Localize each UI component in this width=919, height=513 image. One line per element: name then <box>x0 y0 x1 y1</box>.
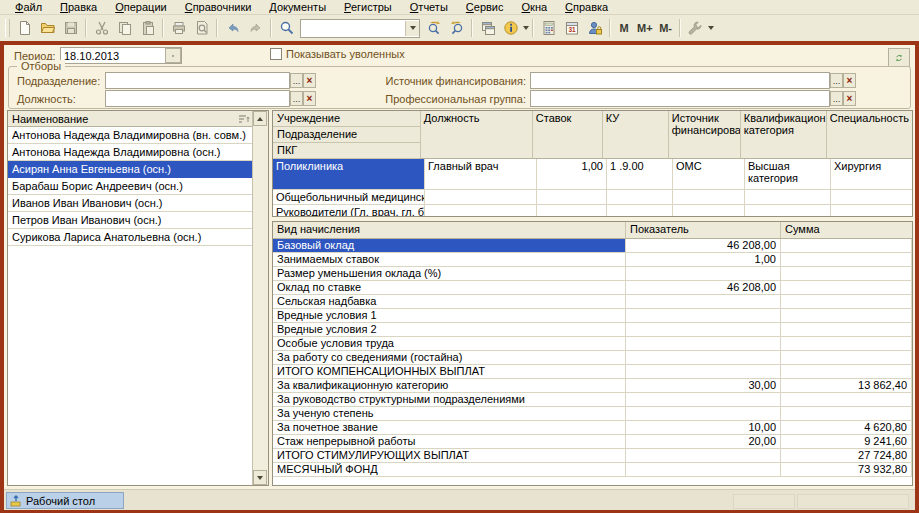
accruals-cell[interactable] <box>781 239 912 252</box>
accruals-cell[interactable]: ИТОГО КОМПЕНСАЦИОННЫХ ВЫПЛАТ <box>273 365 626 378</box>
accruals-column-header[interactable]: Вид начисления <box>273 222 626 238</box>
accruals-cell[interactable]: Сельская надбавка <box>273 295 626 308</box>
memory-m-minus-button[interactable]: M- <box>656 19 676 38</box>
positions-cell[interactable]: Главный врач <box>425 159 537 189</box>
service-dropdown-icon[interactable] <box>708 26 714 30</box>
accruals-cell[interactable]: 13 862,40 <box>781 379 912 392</box>
positions-cell[interactable] <box>425 205 537 216</box>
find-previous-button[interactable] <box>445 18 468 39</box>
accruals-cell[interactable]: Вредные условия 2 <box>273 323 626 336</box>
positions-cell[interactable] <box>673 205 745 216</box>
period-field[interactable]: 18.10.2013 <box>60 47 182 64</box>
scroll-up-button[interactable] <box>253 111 267 126</box>
positions-row-name[interactable]: Общебольничный медицинский пе... <box>273 190 425 204</box>
scroll-down-button[interactable] <box>253 470 267 485</box>
accruals-cell[interactable]: ИТОГО СТИМУЛИРУЮЩИХ ВЫПЛАТ <box>273 449 626 462</box>
accruals-cell[interactable]: 27 724,80 <box>781 449 912 462</box>
department-clear-button[interactable]: × <box>303 73 316 88</box>
menu-item-10[interactable]: Справка <box>556 0 617 14</box>
menu-item-5[interactable]: Документы <box>260 0 335 14</box>
accruals-cell[interactable]: 20,00 <box>626 435 781 448</box>
print-preview-button[interactable] <box>190 18 213 39</box>
positions-cell[interactable] <box>425 190 537 204</box>
memory-m-plus-button[interactable]: M+ <box>634 19 656 38</box>
open-button[interactable] <box>36 18 59 39</box>
paste-button[interactable] <box>136 18 159 39</box>
positions-column-header[interactable]: Квалификацион... категория <box>741 111 827 159</box>
info-dropdown-icon[interactable] <box>523 26 529 30</box>
user-lock-button[interactable] <box>583 18 606 39</box>
accruals-cell[interactable]: 46 208,00 <box>626 281 781 294</box>
accruals-cell[interactable]: 30,00 <box>626 379 781 392</box>
accruals-cell[interactable] <box>781 337 912 350</box>
positions-cell[interactable]: 1 .9.00 <box>607 159 673 189</box>
accruals-cell[interactable]: 4 620,80 <box>781 421 912 434</box>
accruals-cell[interactable] <box>781 393 912 406</box>
accruals-cell[interactable] <box>626 463 781 476</box>
accruals-cell[interactable]: 73 932,80 <box>781 463 912 476</box>
accruals-cell[interactable]: 46 208,00 <box>626 239 781 252</box>
positions-cell[interactable] <box>607 190 673 204</box>
accruals-cell[interactable] <box>781 407 912 420</box>
accruals-column-header[interactable]: Показатель <box>626 222 781 238</box>
menu-item-3[interactable]: Операции <box>106 0 175 14</box>
positions-cell[interactable] <box>607 205 673 216</box>
accruals-cell[interactable] <box>626 393 781 406</box>
employee-row[interactable]: Барабаш Борис Андреевич (осн.) <box>8 178 252 195</box>
desktop-tab[interactable]: Рабочий стол <box>6 492 124 509</box>
positions-cell[interactable] <box>673 190 745 204</box>
menu-item-9[interactable]: Окна <box>513 0 557 14</box>
employee-row[interactable]: Петров Иван Иванович (осн.) <box>8 212 252 229</box>
prof-group-filter-input[interactable] <box>530 90 830 107</box>
positions-cell[interactable]: Высшая категория <box>745 159 831 189</box>
positions-row[interactable]: Руководители (Гл. врач, гл. бух., гл... <box>273 205 912 216</box>
positions-cell[interactable]: 1,00 <box>537 159 607 189</box>
accruals-row[interactable]: За квалификационную категорию30,0013 862… <box>273 379 912 393</box>
search-button[interactable] <box>275 18 298 39</box>
toolbar-grip[interactable] <box>5 19 10 37</box>
positions-cell[interactable] <box>537 190 607 204</box>
positions-cell[interactable]: Хирургия <box>831 159 912 189</box>
accruals-cell[interactable]: Стаж непрерывной работы <box>273 435 626 448</box>
funding-source-filter-input[interactable] <box>530 72 830 89</box>
accruals-row[interactable]: За руководство структурными подразделени… <box>273 393 912 407</box>
accruals-row[interactable]: Стаж непрерывной работы20,009 241,60 <box>273 435 912 449</box>
menu-item-6[interactable]: Регистры <box>335 0 401 14</box>
period-calendar-button[interactable] <box>165 48 181 63</box>
accruals-cell[interactable] <box>781 351 912 364</box>
show-fired-checkbox[interactable]: Показывать уволенных <box>270 48 405 60</box>
menu-item-4[interactable]: Справочники <box>176 0 261 14</box>
employee-row[interactable]: Сурикова Лариса Анатольевна (осн.) <box>8 229 252 246</box>
department-choose-button[interactable]: ... <box>290 73 303 88</box>
accruals-cell[interactable]: Особые условия труда <box>273 337 626 350</box>
accruals-cell[interactable] <box>781 295 912 308</box>
department-filter-input[interactable] <box>105 72 290 89</box>
positions-cell[interactable]: ОМС <box>673 159 745 189</box>
employee-row[interactable]: Антонова Надежда Владимировна (вн. совм.… <box>8 127 252 144</box>
accruals-cell[interactable]: МЕСЯЧНЫЙ ФОНД <box>273 463 626 476</box>
employee-row[interactable]: Антонова Надежда Владимировна (осн.) <box>8 144 252 161</box>
employees-scrollbar[interactable] <box>252 111 268 485</box>
accruals-cell[interactable]: Вредные условия 1 <box>273 309 626 322</box>
accruals-cell[interactable] <box>626 309 781 322</box>
employee-row[interactable]: Иванов Иван Иванович (осн.) <box>8 195 252 212</box>
positions-column-header[interactable]: Ставок <box>533 111 603 159</box>
positions-cell[interactable] <box>745 205 831 216</box>
accruals-cell[interactable] <box>626 407 781 420</box>
accruals-row[interactable]: За работу со сведениями (гостайна) <box>273 351 912 365</box>
accruals-column-header[interactable]: Сумма <box>781 222 912 238</box>
accruals-row[interactable]: Оклад по ставке46 208,00 <box>273 281 912 295</box>
windows-list-button[interactable] <box>476 18 499 39</box>
info-button[interactable] <box>499 18 522 39</box>
positions-row[interactable]: Общебольничный медицинский пе... <box>273 190 912 205</box>
prof-group-choose-button[interactable]: ... <box>830 91 843 106</box>
position-filter-input[interactable] <box>105 90 290 107</box>
accruals-cell[interactable]: За работу со сведениями (гостайна) <box>273 351 626 364</box>
accruals-row[interactable]: Базовый оклад46 208,00 <box>273 239 912 253</box>
accruals-cell[interactable]: За ученую степень <box>273 407 626 420</box>
accruals-cell[interactable]: Оклад по ставке <box>273 281 626 294</box>
accruals-cell[interactable] <box>781 365 912 378</box>
positions-column-header[interactable]: Специальность <box>827 111 912 159</box>
print-button[interactable] <box>167 18 190 39</box>
accruals-cell[interactable] <box>626 295 781 308</box>
